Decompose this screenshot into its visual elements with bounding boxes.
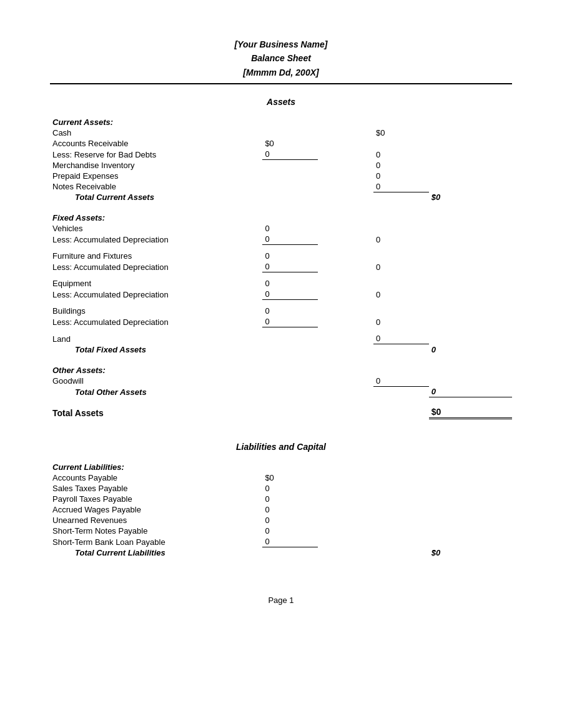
spacer-row	[50, 327, 512, 334]
fixed-assets-header: Fixed Assets:	[50, 212, 512, 223]
other-assets-table: Other Assets: Goodwill 0 Total Other Ass…	[50, 365, 512, 398]
item-col1: 0	[262, 504, 318, 515]
table-row: Less: Accumulated Depreciation 0 0	[50, 234, 512, 245]
item-col1: $0	[262, 138, 318, 149]
assets-title: Assets	[50, 97, 512, 107]
item-name: Less: Accumulated Depreciation	[50, 316, 262, 327]
total-value: 0	[429, 344, 512, 355]
item-name: Cash	[50, 127, 262, 138]
item-col2	[318, 127, 373, 138]
other-assets-label: Other Assets:	[50, 365, 262, 376]
item-col4	[429, 127, 512, 138]
total-current-assets-row: Total Current Assets $0	[50, 192, 512, 202]
spacer-row	[50, 245, 512, 251]
item-col1: 0	[262, 494, 318, 504]
item-name: Merchandise Inventory	[50, 160, 262, 171]
item-col1: 0	[262, 483, 318, 494]
fixed-assets-label: Fixed Assets:	[50, 212, 262, 223]
item-col1: $0	[262, 472, 318, 483]
item-col3: 0	[373, 149, 429, 160]
item-col4	[429, 138, 512, 149]
table-row: Sales Taxes Payable 0	[50, 483, 512, 494]
table-row: Vehicles 0	[50, 223, 512, 234]
item-col1	[262, 127, 318, 138]
total-assets-table: Total Assets $0	[50, 406, 512, 419]
item-col1: 0	[262, 278, 318, 289]
item-name: Buildings	[50, 306, 262, 316]
item-name: Accrued Wages Payable	[50, 504, 262, 515]
table-row: Prepaid Expenses 0	[50, 171, 512, 181]
item-col1: 0	[262, 306, 318, 316]
table-row: Short-Term Bank Loan Payable 0	[50, 536, 512, 547]
item-col3: 0	[373, 261, 429, 272]
item-col3: 0	[373, 181, 429, 192]
current-assets-header: Current Assets:	[50, 117, 512, 127]
assets-section: Assets Current Assets: Cash $0	[50, 97, 512, 419]
item-name: Less: Accumulated Depreciation	[50, 261, 262, 272]
table-row: Less: Accumulated Depreciation 0 0	[50, 316, 512, 327]
item-col3	[373, 138, 429, 149]
current-liabilities-table: Current Liabilities: Accounts Payable $0…	[50, 462, 512, 558]
item-name: Unearned Revenues	[50, 515, 262, 526]
table-row: Less: Reserve for Bad Debts 0 0	[50, 149, 512, 160]
table-row: Notes Receivable 0	[50, 181, 512, 192]
report-type: Balance Sheet	[50, 51, 512, 65]
table-row: Goodwill 0	[50, 376, 512, 387]
item-col4	[429, 171, 512, 181]
item-col3: 0	[373, 234, 429, 245]
page-footer: Page 1	[50, 596, 512, 605]
table-row: Buildings 0	[50, 306, 512, 316]
header: [Your Business Name] Balance Sheet [Mmmm…	[50, 37, 512, 84]
table-row: Short-Term Notes Payable 0	[50, 526, 512, 536]
table-row: Less: Accumulated Depreciation 0 0	[50, 289, 512, 300]
total-other-assets-row: Total Other Assets 0	[50, 386, 512, 397]
item-col3: 0	[373, 376, 429, 387]
item-col4	[429, 160, 512, 171]
report-date: [Mmmm Dd, 200X]	[50, 66, 512, 79]
page-number: Page 1	[268, 596, 293, 605]
item-col3: 0	[373, 160, 429, 171]
total-label: Total Fixed Assets	[50, 344, 262, 355]
item-name: Notes Receivable	[50, 181, 262, 192]
item-col1: 0	[262, 223, 318, 234]
table-row: Land 0	[50, 333, 512, 344]
business-name: [Your Business Name]	[50, 37, 512, 51]
item-col1: 0	[262, 515, 318, 526]
spacer-row	[50, 272, 512, 279]
item-name: Payroll Taxes Payable	[50, 494, 262, 504]
item-name: Accounts Receivable	[50, 138, 262, 149]
item-col1: 0	[262, 526, 318, 536]
item-col1: 0	[262, 149, 318, 160]
liabilities-section: Liabilities and Capital Current Liabilit…	[50, 442, 512, 558]
item-col1: 0	[262, 289, 318, 300]
item-col2	[318, 181, 373, 192]
header-rule	[50, 83, 512, 84]
item-name: Goodwill	[50, 376, 262, 387]
table-row: Merchandise Inventory 0	[50, 160, 512, 171]
current-liabilities-header: Current Liabilities:	[50, 462, 512, 472]
table-row: Payroll Taxes Payable 0	[50, 494, 512, 504]
total-label: Total Other Assets	[50, 386, 262, 397]
total-value: 0	[429, 386, 512, 397]
item-col1: 0	[262, 251, 318, 261]
table-row: Accounts Receivable $0	[50, 138, 512, 149]
item-col1: 0	[262, 261, 318, 272]
item-name: Furniture and Fixtures	[50, 251, 262, 261]
item-name: Short-Term Notes Payable	[50, 526, 262, 536]
item-col1: 0	[262, 316, 318, 327]
item-col2	[318, 171, 373, 181]
table-row: Less: Accumulated Depreciation 0 0	[50, 261, 512, 272]
item-name: Vehicles	[50, 223, 262, 234]
total-col1	[262, 192, 318, 202]
item-name: Less: Accumulated Depreciation	[50, 234, 262, 245]
current-assets-table: Current Assets: Cash $0 Accounts Receiva…	[50, 117, 512, 202]
other-assets-header: Other Assets:	[50, 365, 512, 376]
total-col2	[318, 192, 373, 202]
item-col2	[318, 138, 373, 149]
item-name: Short-Term Bank Loan Payable	[50, 536, 262, 547]
total-label: Total Current Assets	[50, 192, 262, 202]
item-name: Land	[50, 333, 262, 344]
table-row: Accounts Payable $0	[50, 472, 512, 483]
total-value: $0	[429, 192, 512, 202]
table-row: Equipment 0	[50, 278, 512, 289]
